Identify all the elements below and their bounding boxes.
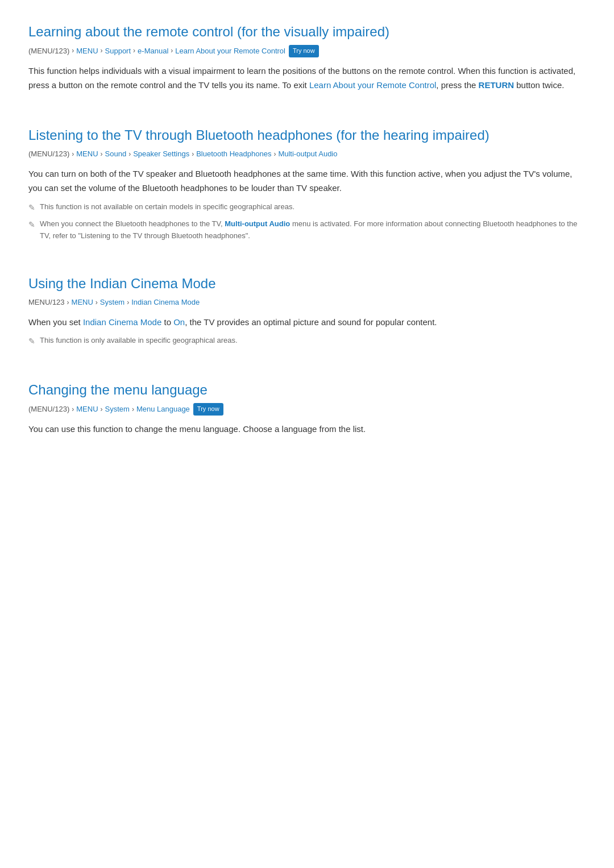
breadcrumb-ml-system[interactable]: System bbox=[105, 404, 130, 416]
note-text-ic-1: This function is only available in speci… bbox=[40, 335, 238, 346]
section-title-bluetooth: Listening to the TV through Bluetooth he… bbox=[28, 126, 586, 144]
note-icon-1: ✎ bbox=[28, 202, 35, 214]
note-icon-2: ✎ bbox=[28, 219, 35, 231]
breadcrumb-ml-sep-3: › bbox=[132, 404, 134, 415]
note-text-1: This function is not available on certai… bbox=[40, 201, 294, 213]
multioutput-bold: Multi-output Audio bbox=[225, 219, 290, 228]
try-now-menu-lang[interactable]: Try now bbox=[193, 403, 223, 416]
breadcrumb-remote-control: (MENU/123) › MENU › Support › e-Manual ›… bbox=[28, 45, 586, 57]
breadcrumb-bt-sep-1: › bbox=[72, 149, 74, 160]
breadcrumb-ic-menu123: MENU/123 bbox=[28, 297, 65, 309]
breadcrumb-indian-cinema: MENU/123 › MENU › System › Indian Cinema… bbox=[28, 297, 586, 309]
link-multioutput[interactable]: Multi-output Audio bbox=[225, 219, 290, 228]
breadcrumb-ml-sep-2: › bbox=[101, 404, 103, 415]
breadcrumb-ic-mode[interactable]: Indian Cinema Mode bbox=[131, 297, 200, 309]
breadcrumb-bt-speaker[interactable]: Speaker Settings bbox=[133, 148, 189, 160]
section-title-indian-cinema: Using the Indian Cinema Mode bbox=[28, 275, 586, 292]
section-bluetooth: Listening to the TV through Bluetooth he… bbox=[28, 126, 586, 251]
bluetooth-notes: ✎ This function is not available on cert… bbox=[28, 201, 586, 242]
breadcrumb-ic-sep-2: › bbox=[96, 297, 98, 308]
section-title-menu-language: Changing the menu language bbox=[28, 381, 586, 398]
breadcrumb-ml-menu[interactable]: MENU bbox=[76, 404, 98, 416]
note-icon-ic-1: ✎ bbox=[28, 335, 35, 348]
breadcrumb-sep-2: › bbox=[101, 45, 103, 56]
breadcrumb-bt-sep-3: › bbox=[128, 149, 131, 160]
section-title-remote-control: Learning about the remote control (for t… bbox=[28, 23, 586, 40]
breadcrumb-bt-sep-5: › bbox=[273, 149, 276, 160]
breadcrumb-support[interactable]: Support bbox=[105, 45, 131, 57]
breadcrumb-ic-system[interactable]: System bbox=[100, 297, 125, 309]
breadcrumb-sep-1: › bbox=[72, 45, 74, 56]
breadcrumb-ml-sep-1: › bbox=[72, 404, 74, 415]
breadcrumb-sep-4: › bbox=[171, 45, 173, 56]
breadcrumb-bt-menu123: (MENU/123) bbox=[28, 148, 69, 160]
breadcrumb-menu[interactable]: MENU bbox=[76, 45, 98, 57]
note-item-1: ✎ This function is not available on cert… bbox=[28, 201, 586, 214]
section-menu-language: Changing the menu language (MENU/123) › … bbox=[28, 381, 586, 448]
breadcrumb-ml-menu123: (MENU/123) bbox=[28, 404, 69, 416]
breadcrumb-ic-sep-3: › bbox=[127, 297, 129, 308]
note-item-ic-1: ✎ This function is only available in spe… bbox=[28, 335, 586, 348]
section-indian-cinema: Using the Indian Cinema Mode MENU/123 › … bbox=[28, 275, 586, 358]
breadcrumb-bt-sep-2: › bbox=[101, 149, 103, 160]
breadcrumb-emanual[interactable]: e-Manual bbox=[138, 45, 168, 57]
breadcrumb-bt-menu[interactable]: MENU bbox=[76, 148, 98, 160]
section-body-indian-cinema: When you set Indian Cinema Mode to On, t… bbox=[28, 315, 586, 330]
section-remote-control: Learning about the remote control (for t… bbox=[28, 23, 586, 103]
breadcrumb-bt-multioutput[interactable]: Multi-output Audio bbox=[278, 148, 337, 160]
breadcrumb-bluetooth: (MENU/123) › MENU › Sound › Speaker Sett… bbox=[28, 148, 586, 160]
breadcrumb-bt-headphones[interactable]: Bluetooth Headphones bbox=[196, 148, 271, 160]
breadcrumb-sep-3: › bbox=[133, 45, 135, 56]
link-on[interactable]: On bbox=[173, 317, 185, 327]
breadcrumb-menu-language: (MENU/123) › MENU › System › Menu Langua… bbox=[28, 403, 586, 416]
note-item-2: ✎ When you connect the Bluetooth headpho… bbox=[28, 218, 586, 241]
indian-cinema-notes: ✎ This function is only available in spe… bbox=[28, 335, 586, 348]
link-indian-cinema[interactable]: Indian Cinema Mode bbox=[83, 317, 161, 327]
breadcrumb-ic-sep-1: › bbox=[67, 297, 69, 308]
section-body-remote: This function helps individuals with a v… bbox=[28, 64, 586, 93]
try-now-remote[interactable]: Try now bbox=[289, 45, 319, 57]
link-learn-remote[interactable]: Learn About your Remote Control bbox=[309, 80, 436, 90]
section-body-bluetooth: You can turn on both of the TV speaker a… bbox=[28, 167, 586, 196]
breadcrumb-bt-sep-4: › bbox=[192, 149, 194, 160]
breadcrumb-ml-lang[interactable]: Menu Language bbox=[136, 404, 190, 416]
return-label: RETURN bbox=[479, 80, 515, 90]
breadcrumb-bt-sound[interactable]: Sound bbox=[105, 148, 127, 160]
section-body-menu-language: You can use this function to change the … bbox=[28, 422, 586, 437]
breadcrumb-learn-remote[interactable]: Learn About your Remote Control bbox=[175, 45, 285, 57]
breadcrumb-ic-menu[interactable]: MENU bbox=[72, 297, 93, 309]
breadcrumb-menu123: (MENU/123) bbox=[28, 45, 69, 57]
note-text-2: When you connect the Bluetooth headphone… bbox=[40, 218, 586, 241]
